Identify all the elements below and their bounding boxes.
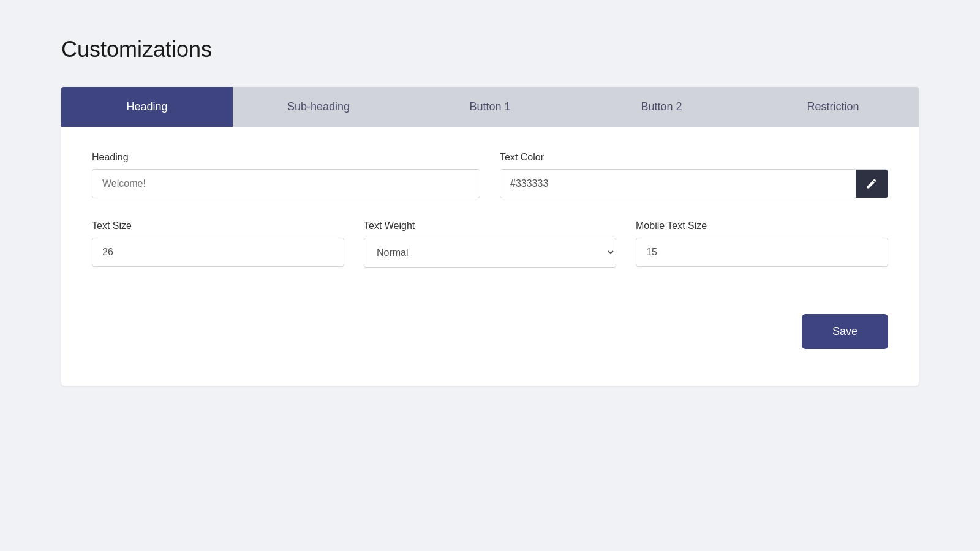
text-color-input[interactable] bbox=[500, 170, 856, 198]
tab-heading[interactable]: Heading bbox=[61, 87, 233, 127]
tabs-bar: Heading Sub-heading Button 1 Button 2 Re… bbox=[61, 87, 919, 127]
text-color-label: Text Color bbox=[500, 152, 888, 163]
color-picker-button[interactable] bbox=[856, 170, 888, 198]
text-weight-label: Text Weight bbox=[364, 220, 616, 231]
pen-icon bbox=[865, 178, 878, 190]
page-title: Customizations bbox=[61, 37, 919, 62]
form-row-2: Text Size Text Weight Normal Bold Light … bbox=[92, 220, 888, 268]
page-container: Customizations Heading Sub-heading Butto… bbox=[61, 37, 919, 386]
heading-label: Heading bbox=[92, 152, 480, 163]
tab-button2[interactable]: Button 2 bbox=[576, 87, 747, 127]
mobile-text-size-label: Mobile Text Size bbox=[636, 220, 888, 231]
save-button[interactable]: Save bbox=[802, 314, 888, 349]
color-input-wrapper bbox=[500, 169, 888, 198]
text-weight-group: Text Weight Normal Bold Light Medium bbox=[364, 220, 616, 268]
tab-content: Heading Text Color bbox=[61, 127, 919, 386]
text-size-group: Text Size bbox=[92, 220, 344, 267]
mobile-text-size-input[interactable] bbox=[636, 238, 888, 267]
form-section: Heading Text Color bbox=[92, 152, 888, 349]
card: Heading Sub-heading Button 1 Button 2 Re… bbox=[61, 87, 919, 386]
save-row: Save bbox=[92, 314, 888, 349]
heading-group: Heading bbox=[92, 152, 480, 198]
tab-button1[interactable]: Button 1 bbox=[404, 87, 576, 127]
heading-input[interactable] bbox=[92, 169, 480, 198]
tab-restriction[interactable]: Restriction bbox=[747, 87, 919, 127]
form-row-1: Heading Text Color bbox=[92, 152, 888, 198]
mobile-text-size-group: Mobile Text Size bbox=[636, 220, 888, 267]
tab-sub-heading[interactable]: Sub-heading bbox=[233, 87, 404, 127]
text-weight-select[interactable]: Normal Bold Light Medium bbox=[364, 238, 616, 268]
text-size-input[interactable] bbox=[92, 238, 344, 267]
text-color-group: Text Color bbox=[500, 152, 888, 198]
text-size-label: Text Size bbox=[92, 220, 344, 231]
